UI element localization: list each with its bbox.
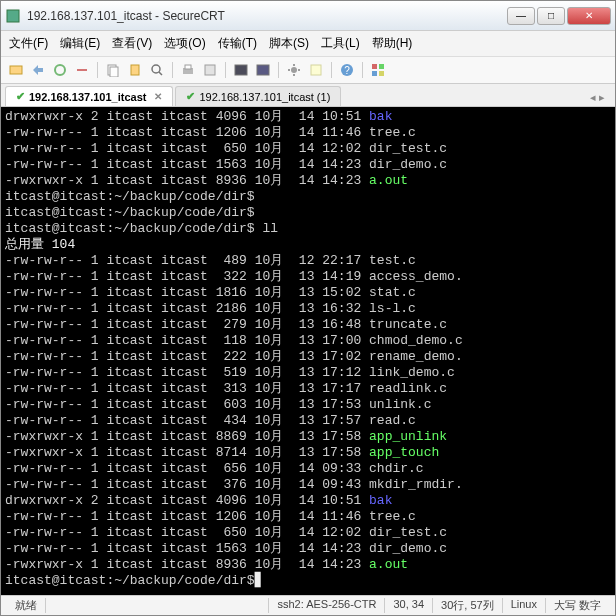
print-icon[interactable] — [179, 61, 197, 79]
status-size: 30行, 57列 — [433, 598, 503, 613]
svg-rect-20 — [372, 71, 377, 76]
status-caps: 大写 数字 — [546, 598, 609, 613]
svg-rect-5 — [110, 67, 118, 77]
tab-inactive[interactable]: ✔ 192.168.137.101_itcast (1) — [175, 86, 341, 106]
terminal1-icon[interactable] — [232, 61, 250, 79]
status-encryption: ssh2: AES-256-CTR — [269, 598, 385, 613]
quick-connect-icon[interactable] — [29, 61, 47, 79]
tab-scroll-icon[interactable]: ◂ ▸ — [584, 89, 611, 106]
svg-rect-0 — [7, 10, 19, 22]
settings-icon[interactable] — [285, 61, 303, 79]
close-button[interactable]: ✕ — [567, 7, 611, 25]
check-icon: ✔ — [16, 90, 25, 103]
main-window: 192.168.137.101_itcast - SecureCRT — □ ✕… — [0, 0, 616, 616]
connect-icon[interactable] — [7, 61, 25, 79]
svg-rect-6 — [131, 65, 139, 75]
terminal2-icon[interactable] — [254, 61, 272, 79]
separator-icon — [225, 62, 226, 78]
minimize-button[interactable]: — — [507, 7, 535, 25]
titlebar: 192.168.137.101_itcast - SecureCRT — □ ✕ — [1, 1, 615, 31]
svg-rect-1 — [10, 66, 22, 74]
reconnect-icon[interactable] — [51, 61, 69, 79]
close-tab-icon[interactable]: ✕ — [154, 91, 162, 102]
menu-script[interactable]: 脚本(S) — [269, 35, 309, 52]
copy-icon[interactable] — [104, 61, 122, 79]
menu-file[interactable]: 文件(F) — [9, 35, 48, 52]
svg-rect-10 — [185, 65, 191, 69]
svg-point-7 — [152, 65, 160, 73]
menu-help[interactable]: 帮助(H) — [372, 35, 413, 52]
separator-icon — [362, 62, 363, 78]
statusbar: 就绪 ssh2: AES-256-CTR 30, 34 30行, 57列 Lin… — [1, 595, 615, 615]
svg-line-8 — [159, 72, 162, 75]
tab-label: 192.168.137.101_itcast (1) — [199, 91, 330, 103]
status-cursor: 30, 34 — [385, 598, 433, 613]
help-icon[interactable]: ? — [338, 61, 356, 79]
separator-icon — [97, 62, 98, 78]
menu-transfer[interactable]: 传输(T) — [218, 35, 257, 52]
svg-rect-12 — [235, 65, 247, 75]
status-ready: 就绪 — [7, 598, 46, 613]
svg-rect-13 — [257, 65, 269, 75]
separator-icon — [331, 62, 332, 78]
menu-view[interactable]: 查看(V) — [112, 35, 152, 52]
svg-rect-19 — [379, 64, 384, 69]
properties-icon[interactable] — [201, 61, 219, 79]
script-icon[interactable] — [307, 61, 325, 79]
toolbar: ? — [1, 57, 615, 84]
svg-rect-21 — [379, 71, 384, 76]
svg-rect-18 — [372, 64, 377, 69]
windows-icon[interactable] — [369, 61, 387, 79]
tab-bar: ✔ 192.168.137.101_itcast ✕ ✔ 192.168.137… — [1, 84, 615, 107]
svg-point-2 — [55, 65, 65, 75]
menubar: 文件(F) 编辑(E) 查看(V) 选项(O) 传输(T) 脚本(S) 工具(L… — [1, 31, 615, 57]
svg-point-14 — [291, 67, 297, 73]
separator-icon — [172, 62, 173, 78]
disconnect-icon[interactable] — [73, 61, 91, 79]
menu-tools[interactable]: 工具(L) — [321, 35, 360, 52]
menu-options[interactable]: 选项(O) — [164, 35, 205, 52]
window-buttons: — □ ✕ — [507, 7, 611, 25]
svg-rect-3 — [77, 69, 87, 71]
check-icon: ✔ — [186, 90, 195, 103]
svg-rect-15 — [311, 65, 321, 75]
svg-rect-11 — [205, 65, 215, 75]
maximize-button[interactable]: □ — [537, 7, 565, 25]
app-icon — [5, 8, 21, 24]
status-term: Linux — [503, 598, 546, 613]
paste-icon[interactable] — [126, 61, 144, 79]
window-title: 192.168.137.101_itcast - SecureCRT — [27, 9, 507, 23]
svg-text:?: ? — [344, 65, 350, 76]
menu-edit[interactable]: 编辑(E) — [60, 35, 100, 52]
tab-label: 192.168.137.101_itcast — [29, 91, 146, 103]
tab-active[interactable]: ✔ 192.168.137.101_itcast ✕ — [5, 86, 173, 106]
separator-icon — [278, 62, 279, 78]
find-icon[interactable] — [148, 61, 166, 79]
terminal-output[interactable]: drwxrwxr-x 2 itcast itcast 4096 10月 14 1… — [1, 107, 615, 595]
